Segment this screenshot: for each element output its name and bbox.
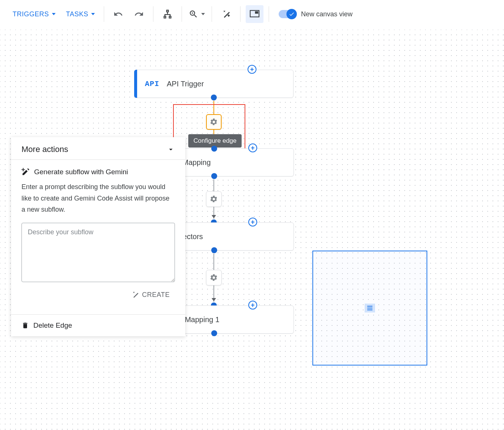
output-port[interactable] <box>211 95 217 100</box>
output-port[interactable] <box>211 173 217 179</box>
configure-edge-button[interactable] <box>206 270 222 285</box>
arrow-down-icon <box>212 298 216 301</box>
divider <box>240 6 241 22</box>
add-node-button[interactable]: + <box>248 301 257 310</box>
magic-wand-icon <box>132 291 139 298</box>
add-node-button[interactable]: + <box>248 65 256 74</box>
redo-icon <box>134 9 144 19</box>
tasks-label: TASKS <box>66 10 88 18</box>
caret-down-icon <box>91 13 95 15</box>
undo-icon <box>113 9 123 19</box>
output-port[interactable] <box>211 330 217 336</box>
divider <box>212 6 212 22</box>
configure-edge-button[interactable] <box>206 191 222 207</box>
panel-subtitle: Generate subflow with Gemini <box>34 168 128 176</box>
trash-icon <box>21 321 29 330</box>
delete-edge-label: Delete Edge <box>33 321 72 330</box>
delete-edge-button[interactable]: Delete Edge <box>11 314 185 336</box>
node-label: API Trigger <box>167 80 204 88</box>
input-port[interactable] <box>211 146 217 152</box>
panel-subtitle-row: Generate subflow with Gemini <box>21 168 175 176</box>
magic-wand-icon <box>222 10 231 19</box>
layout-button[interactable] <box>159 5 176 23</box>
caret-down-icon <box>201 13 205 15</box>
panel-header[interactable]: More actions <box>11 137 185 160</box>
divider <box>104 6 104 22</box>
create-button[interactable]: CREATE <box>126 287 175 302</box>
zoom-menu[interactable] <box>186 9 208 19</box>
list-icon <box>365 304 375 312</box>
gear-icon <box>210 274 218 282</box>
toolbar: TRIGGERS TASKS New canvas view <box>0 0 504 28</box>
add-node-button[interactable]: + <box>248 218 257 226</box>
node-api-trigger[interactable]: API API Trigger <box>134 70 294 98</box>
create-label: CREATE <box>142 291 170 299</box>
svg-rect-1 <box>255 11 258 14</box>
tooltip-text: Configure edge <box>193 137 236 144</box>
sitemap-icon <box>162 9 173 19</box>
divider <box>153 6 153 22</box>
tasks-menu[interactable]: TASKS <box>61 7 100 21</box>
divider <box>182 6 182 22</box>
node-accent <box>134 70 137 98</box>
chevron-down-icon[interactable] <box>167 145 175 153</box>
selection-box[interactable] <box>312 251 427 366</box>
undo-button[interactable] <box>109 5 127 23</box>
subflow-input[interactable] <box>21 223 175 282</box>
divider <box>269 6 269 22</box>
gear-icon <box>210 118 218 126</box>
more-actions-panel: More actions Generate subflow with Gemin… <box>11 137 185 336</box>
minimap-icon <box>250 10 259 18</box>
caret-down-icon <box>52 13 56 15</box>
zoom-in-icon <box>189 9 198 19</box>
redo-button[interactable] <box>130 5 148 23</box>
output-port[interactable] <box>211 247 217 253</box>
generate-icon <box>21 168 30 176</box>
canvas-view-label: New canvas view <box>301 10 352 18</box>
panel-title: More actions <box>21 145 68 154</box>
magic-button[interactable] <box>217 5 235 23</box>
api-icon: API <box>145 80 159 88</box>
triggers-label: TRIGGERS <box>13 10 49 18</box>
check-icon <box>289 11 295 17</box>
switch[interactable] <box>279 10 296 18</box>
arrow-down-icon <box>212 215 216 218</box>
minimap-button[interactable] <box>246 5 263 23</box>
gear-icon <box>210 195 218 203</box>
add-node-button[interactable]: + <box>248 143 257 152</box>
switch-knob <box>286 9 297 19</box>
panel-description: Enter a prompt describing the subflow yo… <box>21 181 175 215</box>
triggers-menu[interactable]: TRIGGERS <box>7 7 61 21</box>
configure-edge-button[interactable] <box>206 114 222 130</box>
canvas-view-toggle[interactable]: New canvas view <box>279 10 352 18</box>
